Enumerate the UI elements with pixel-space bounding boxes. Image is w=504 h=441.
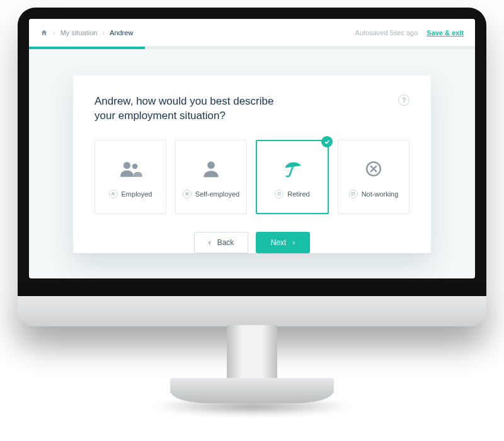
- progress-bar: [29, 47, 475, 49]
- person-icon: [202, 156, 220, 182]
- option-key: C: [275, 190, 284, 198]
- app-screen: › My situation › Andrew Autosaved 5sec a…: [29, 19, 475, 278]
- circle-x-icon: [364, 156, 383, 182]
- breadcrumb-item-situation[interactable]: My situation: [60, 29, 98, 37]
- people-icon: [118, 156, 142, 182]
- back-label: Back: [217, 238, 234, 247]
- option-employed[interactable]: A Employed: [94, 140, 166, 214]
- option-key: A: [109, 190, 118, 198]
- chevron-left-icon: ‹: [209, 238, 211, 247]
- option-label: Employed: [122, 190, 152, 198]
- svg-point-0: [123, 162, 130, 169]
- monitor-base: [170, 378, 334, 403]
- help-icon[interactable]: ?: [398, 94, 410, 106]
- monitor-chin: [18, 296, 486, 326]
- umbrella-icon: [282, 156, 303, 182]
- progress-fill: [29, 47, 145, 49]
- option-list: A Employed: [94, 140, 410, 214]
- autosave-status: Autosaved 5sec ago: [355, 29, 418, 37]
- svg-line-3: [290, 166, 293, 175]
- top-bar: › My situation › Andrew Autosaved 5sec a…: [29, 19, 475, 47]
- back-button[interactable]: ‹ Back: [194, 232, 248, 253]
- monitor-frame: › My situation › Andrew Autosaved 5sec a…: [18, 8, 486, 316]
- option-retired[interactable]: C Retired: [256, 140, 329, 214]
- svg-point-1: [132, 164, 138, 169]
- chevron-right-icon: ›: [102, 29, 105, 37]
- question-text: Andrew, how would you best describe your…: [94, 94, 284, 123]
- question-card: Andrew, how would you best describe your…: [73, 76, 431, 253]
- breadcrumb-item-current: Andrew: [110, 29, 133, 37]
- home-icon[interactable]: [40, 29, 48, 37]
- option-key: D: [349, 190, 358, 198]
- next-label: Next: [271, 238, 287, 247]
- save-exit-link[interactable]: Save & exit: [427, 29, 464, 37]
- option-key: B: [183, 190, 192, 198]
- option-not-working[interactable]: D Not-working: [338, 140, 410, 214]
- option-self-employed[interactable]: B Self-employed: [175, 140, 247, 214]
- next-button[interactable]: Next ›: [256, 232, 310, 253]
- chevron-right-icon: ›: [292, 238, 295, 247]
- chevron-right-icon: ›: [53, 29, 55, 37]
- option-label: Retired: [287, 190, 309, 198]
- svg-point-2: [207, 161, 215, 169]
- option-label: Self-employed: [195, 190, 239, 198]
- breadcrumb: › My situation › Andrew: [40, 29, 355, 37]
- action-row: ‹ Back Next ›: [94, 232, 410, 253]
- check-icon: [321, 136, 333, 147]
- option-label: Not-working: [362, 190, 399, 198]
